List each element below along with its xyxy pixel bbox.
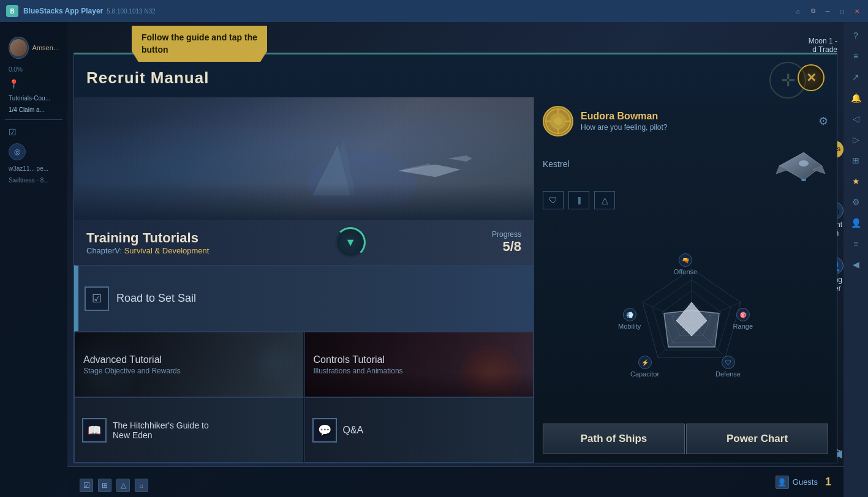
decorative-cross: ✛ bbox=[769, 62, 806, 99]
chapter-text: ChapterV: Survival & Development bbox=[86, 246, 209, 255]
right-sidebar: ? ≡ ↗ 🔔 ◁ ▷ ⊞ ★ ⚙ 👤 ≡ ◀ bbox=[843, 22, 868, 497]
advanced-tutorial-content: Advanced Tutorial Stage Objective and Re… bbox=[75, 348, 189, 381]
sidebar-icon-arrow[interactable]: ↗ bbox=[847, 69, 864, 86]
qa-title: Q&A bbox=[343, 425, 526, 436]
content-panel: Training Tutorials ChapterV: Survival & … bbox=[74, 97, 534, 463]
progress-value: 5/8 bbox=[492, 239, 521, 255]
bottom-checkbox-icon[interactable]: ☑ bbox=[80, 479, 93, 492]
qa-icon: 💬 bbox=[312, 418, 337, 443]
qa-item[interactable]: 💬 Q&A bbox=[304, 397, 534, 463]
progress-right: Progress 5/8 bbox=[492, 230, 521, 255]
offense-icon: 🔫 bbox=[679, 253, 692, 267]
pilot-name: Eudora Bowman bbox=[581, 111, 811, 122]
svg-point-8 bbox=[554, 118, 562, 125]
guests-label: Guests bbox=[793, 477, 818, 487]
active-indicator bbox=[76, 266, 78, 331]
sidebar-icon-grid[interactable]: ⊞ bbox=[847, 152, 864, 169]
sidebar-icon-back[interactable]: ◁ bbox=[847, 110, 864, 127]
bottom-filter-icon[interactable]: ⊞ bbox=[98, 479, 111, 492]
sidebar-icon-back2[interactable]: ◀ bbox=[847, 256, 864, 273]
defense-icon: 🛡 bbox=[722, 356, 735, 369]
sidebar-icon-question[interactable]: ? bbox=[847, 27, 864, 44]
sidebar-icon-layers[interactable]: ≡ bbox=[847, 235, 864, 252]
controls-tutorial-title: Controls Tutorial bbox=[314, 354, 403, 365]
range-label: 🎯 Range bbox=[733, 308, 753, 330]
bottom-bar: 👤 Guests 1 ☑ ⊞ △ ⌂ bbox=[67, 466, 843, 497]
maximize-button[interactable]: □ bbox=[837, 6, 847, 16]
hitchhiker-title2: New Eden bbox=[113, 430, 296, 440]
controls-tutorial-content: Controls Tutorial Illustrations and Anim… bbox=[305, 348, 412, 381]
svg-marker-13 bbox=[779, 152, 822, 180]
sidebar-icon-bell[interactable]: 🔔 bbox=[847, 89, 864, 106]
radar-labels: 🔫 Offense 🎯 Range 🛡 bbox=[624, 256, 747, 379]
advanced-tutorial-subtitle: Stage Objective and Rewards bbox=[83, 367, 181, 375]
sidebar-icon-user[interactable]: 👤 bbox=[847, 214, 864, 231]
capacitor-icon: ⚡ bbox=[638, 356, 652, 369]
mobility-icon: 💨 bbox=[623, 308, 636, 321]
progress-left: Training Tutorials ChapterV: Survival & … bbox=[86, 230, 209, 255]
offense-label: 🔫 Offense bbox=[674, 253, 697, 275]
bottom-row: 📖 The Hitchhiker's Guide to New Eden 💬 Q… bbox=[74, 397, 534, 463]
modal-body: Training Tutorials ChapterV: Survival & … bbox=[74, 97, 837, 463]
hitchhiker-text: The Hitchhiker's Guide to New Eden bbox=[113, 420, 296, 440]
recruit-manual-modal: Recruit Manual ✛ ✕ bbox=[74, 53, 837, 463]
bottom-chevron-icon[interactable]: △ bbox=[116, 479, 130, 492]
ship-svg bbox=[773, 146, 828, 186]
ship-tab-stats[interactable]: ||| bbox=[568, 191, 589, 209]
sidebar-icon-settings[interactable]: ⚙ bbox=[847, 193, 864, 211]
ship-tabs: 🛡 ||| △ bbox=[543, 191, 828, 209]
modal-overlay: Recruit Manual ✛ ✕ bbox=[67, 22, 843, 497]
sidebar-icon-forward[interactable]: ▷ bbox=[847, 131, 864, 148]
bottom-user-icon[interactable]: 👤 bbox=[776, 476, 789, 489]
progress-label: Progress bbox=[492, 230, 521, 239]
ship-section: Kestrel bbox=[543, 146, 828, 454]
pilot-header: Eudora Bowman How are you feeling, pilot… bbox=[543, 106, 828, 136]
close-button[interactable]: ✕ bbox=[852, 6, 862, 16]
ship-tab-shield[interactable]: 🛡 bbox=[543, 191, 564, 209]
ship-tab-triangle[interactable]: △ bbox=[594, 191, 615, 209]
tutorial-row: Advanced Tutorial Stage Objective and Re… bbox=[74, 332, 534, 397]
advanced-tutorial-item[interactable]: Advanced Tutorial Stage Objective and Re… bbox=[74, 332, 304, 397]
training-title: Training Tutorials bbox=[86, 230, 209, 246]
controls-tutorial-subtitle: Illustrations and Animations bbox=[314, 367, 403, 375]
radar-chart: 🔫 Offense 🎯 Range 🛡 bbox=[624, 256, 747, 379]
chapter-label: ChapterV: bbox=[86, 246, 122, 255]
power-chart-button[interactable]: Power Chart bbox=[686, 424, 828, 454]
advanced-tutorial-title: Advanced Tutorial bbox=[83, 354, 181, 365]
svg-point-16 bbox=[799, 160, 809, 166]
ship-content: 🔫 Offense 🎯 Range 🛡 bbox=[543, 217, 828, 419]
road-item-icon: ☑ bbox=[85, 286, 109, 311]
defense-label: 🛡 Defense bbox=[715, 356, 741, 378]
restore-button[interactable]: ⧉ bbox=[808, 6, 818, 16]
hitchhiker-item[interactable]: 📖 The Hitchhiker's Guide to New Eden bbox=[74, 397, 304, 463]
path-of-ships-button[interactable]: Path of Ships bbox=[543, 424, 685, 454]
home-button[interactable]: ⌂ bbox=[793, 6, 803, 16]
panel-settings-icon[interactable]: ⚙ bbox=[818, 114, 828, 128]
mobility-label: 💨 Mobility bbox=[618, 308, 641, 330]
modal-footer: Path of Ships Power Chart bbox=[543, 424, 828, 454]
capacitor-label: ⚡ Capacitor bbox=[630, 356, 659, 378]
pilot-avatar bbox=[543, 106, 573, 136]
right-panel: Eudora Bowman How are you feeling, pilot… bbox=[534, 97, 837, 463]
left-sidebar: Amsen... 0.0% 📍 Tutorials-Cou... 1/4 Cla… bbox=[0, 22, 67, 497]
guide-tooltip: Follow the guide and tap the button bbox=[132, 26, 267, 62]
svg-point-17 bbox=[801, 179, 806, 181]
bluestacks-logo: B bbox=[6, 5, 18, 17]
minimize-button[interactable]: ─ bbox=[823, 6, 832, 16]
range-icon: 🎯 bbox=[736, 308, 750, 321]
guest-count: 1 bbox=[825, 476, 831, 488]
sidebar-icon-menu[interactable]: ≡ bbox=[847, 48, 864, 65]
sidebar-icon-star[interactable]: ★ bbox=[847, 173, 864, 190]
hero-image bbox=[74, 97, 534, 220]
hitchhiker-icon: 📖 bbox=[82, 418, 107, 443]
road-to-set-sail-title: Road to Set Sail bbox=[116, 292, 196, 305]
svg-marker-5 bbox=[448, 155, 472, 162]
road-to-set-sail-item[interactable]: ☑ Road to Set Sail bbox=[74, 265, 534, 332]
app-version: 5.8.100.1013 N32 bbox=[107, 8, 156, 15]
controls-tutorial-item[interactable]: Controls Tutorial Illustrations and Anim… bbox=[304, 332, 534, 397]
menu-items: ☑ Road to Set Sail bbox=[74, 265, 534, 463]
progress-circle[interactable]: ▼ bbox=[335, 227, 366, 258]
pilot-emblem-svg bbox=[544, 107, 572, 135]
bottom-home-icon[interactable]: ⌂ bbox=[135, 479, 148, 492]
pilot-greeting: How are you feeling, pilot? bbox=[581, 123, 811, 132]
